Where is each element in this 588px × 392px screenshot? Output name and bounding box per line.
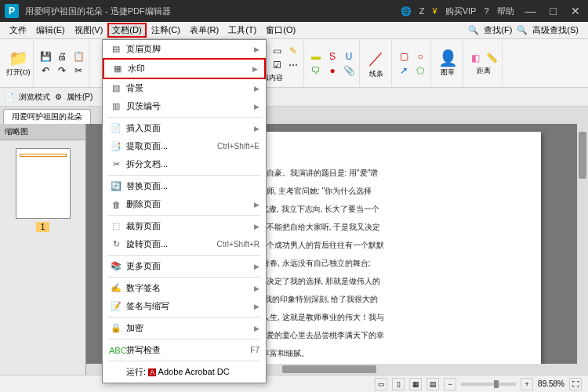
vip-icon[interactable]: ¥	[433, 6, 437, 16]
stamp-label: 图章	[441, 67, 455, 78]
menu-comment[interactable]: 注释(C)	[147, 23, 185, 38]
menu-separator	[107, 361, 261, 361]
globe-icon[interactable]: 🌐	[401, 6, 412, 16]
maximize-button[interactable]: □	[547, 5, 560, 17]
titlebar: P 用爱呵护祖国的花朵 - 迅捷PDF编辑器 🌐 Z ¥ 购买VIP ? 帮助 …	[0, 0, 588, 22]
form-tool[interactable]: ☑	[269, 58, 285, 72]
lines-icon: ／	[368, 48, 384, 69]
menu-separator	[107, 117, 261, 118]
view-mode-4[interactable]: ▤	[426, 378, 439, 390]
menu-run-in[interactable]: 运行: A Adobe Acrobat DC	[103, 363, 266, 381]
vertical-scrollbar[interactable]	[577, 124, 588, 375]
pencil-tool[interactable]: ✎	[285, 44, 301, 58]
delete-page-icon: 🗑	[109, 200, 123, 209]
save-button[interactable]: 💾	[38, 49, 53, 64]
menu-split[interactable]: ✂ 拆分文档...	[103, 155, 266, 173]
close-button[interactable]: ✕	[568, 5, 583, 17]
menu-window[interactable]: 窗口(O)	[261, 23, 300, 38]
open-button[interactable]: 📁 打开(O)	[5, 49, 31, 78]
menu-file[interactable]: 文件	[5, 23, 31, 38]
redo-button[interactable]: ↷	[54, 64, 70, 78]
print-button[interactable]: 🖨	[54, 49, 70, 64]
menu-digital-signature[interactable]: ✍ 数字签名 ▶	[103, 279, 266, 297]
eraser-tool[interactable]: ◧	[467, 51, 483, 65]
circle-tool[interactable]: ○	[412, 49, 428, 64]
props-label[interactable]: 属性(P)	[67, 92, 93, 103]
menu-edit[interactable]: 编辑(E)	[31, 23, 70, 38]
menu-crop-page[interactable]: ⬚ 裁剪页面 ▶	[103, 217, 266, 235]
zoom-slider[interactable]	[461, 383, 516, 386]
adv-search-icon[interactable]: 🔍	[517, 25, 528, 35]
menu-separator	[107, 175, 261, 176]
menu-separator	[107, 277, 261, 278]
arrow-tool[interactable]: ↗	[396, 64, 412, 78]
lines-button[interactable]: ／ 线条	[364, 49, 389, 78]
document-tab[interactable]: 用爱呵护祖国的花朵	[3, 109, 91, 124]
highlight-tool[interactable]: ▬	[308, 49, 324, 64]
browse-mode-icon[interactable]: 📄	[5, 93, 14, 101]
menu-background[interactable]: ▧ 背景 ▶	[103, 79, 266, 97]
copy-button[interactable]: 📋	[71, 49, 86, 64]
more-tool[interactable]: ⋯	[285, 58, 301, 72]
menu-form[interactable]: 表单(R)	[185, 23, 223, 38]
minimize-button[interactable]: —	[522, 5, 539, 17]
fit-button[interactable]: ⛶	[569, 378, 582, 390]
zoom-in-button[interactable]: +	[521, 378, 533, 390]
menu-separator	[107, 339, 261, 339]
crop-icon: ⬚	[109, 221, 123, 231]
page-thumbnail[interactable]	[16, 148, 71, 219]
menu-document[interactable]: 文档(D)	[107, 23, 146, 38]
menu-encrypt[interactable]: 🔒 加密 ▶	[103, 319, 266, 337]
lines-label: 线条	[369, 69, 383, 79]
zoom-value: 89.58%	[538, 379, 564, 388]
thumbnail-header: 缩略图	[0, 124, 85, 140]
rect-tool[interactable]: ▢	[396, 49, 412, 64]
menu-replace-page[interactable]: 🔄 替换页面...	[103, 177, 266, 195]
menu-view[interactable]: 视图(V)	[70, 23, 108, 38]
menu-spell-check[interactable]: ABC 拼写检查 F7	[103, 341, 266, 359]
submenu-arrow-icon: ▶	[254, 223, 260, 230]
menu-tools[interactable]: 工具(T)	[223, 23, 261, 38]
bates-icon: ▥	[109, 101, 123, 111]
props-icon[interactable]: ⚙	[55, 93, 62, 101]
menu-header-footer[interactable]: ▤ 页眉页脚 ▶	[103, 40, 266, 58]
distance-label: 距离	[477, 66, 491, 76]
underline-tool[interactable]: U	[341, 49, 357, 64]
measure-tool[interactable]: 📏	[484, 51, 499, 65]
menu-watermark[interactable]: ▦ 水印 ▶	[103, 58, 266, 79]
folder-icon: 📁	[9, 49, 28, 67]
buy-vip-link[interactable]: 购买VIP	[445, 5, 477, 17]
view-mode-1[interactable]: ▭	[375, 378, 387, 390]
menu-more-pages[interactable]: 📚 更多页面 ▶	[103, 257, 266, 275]
browse-mode-label[interactable]: 浏览模式	[19, 92, 50, 103]
poly-tool[interactable]: ⬠	[412, 64, 428, 78]
stamp-tool[interactable]: ●	[325, 64, 340, 78]
menu-bates[interactable]: ▥ 贝茨编号 ▶	[103, 97, 266, 115]
attach-tool[interactable]: 📎	[341, 64, 357, 78]
view-mode-2[interactable]: ▯	[392, 378, 405, 390]
submenu-arrow-icon: ▶	[254, 263, 260, 270]
thumbnail-panel: 缩略图 1	[0, 124, 86, 375]
menu-adv-search[interactable]: 高级查找(S)	[528, 23, 583, 38]
shape-tool[interactable]: ▭	[269, 44, 285, 58]
stamp-button[interactable]: 👤 图章	[435, 49, 460, 78]
menu-separator	[107, 215, 261, 216]
cut-button[interactable]: ✂	[71, 64, 86, 78]
menu-delete-page[interactable]: 🗑 删除页面 ▶	[103, 195, 266, 213]
strike-tool[interactable]: S	[325, 49, 340, 64]
menu-rotate-page[interactable]: ↻ 旋转页面... Ctrl+Shift+R	[103, 235, 266, 253]
search-icon[interactable]: 🔍	[468, 25, 479, 35]
view-mode-3[interactable]: ▦	[409, 378, 422, 390]
user-label[interactable]: Z	[419, 6, 425, 16]
menu-extract-page[interactable]: 📑 提取页面... Ctrl+Shift+E	[103, 137, 266, 155]
undo-button[interactable]: ↶	[38, 64, 53, 78]
menu-insert-page[interactable]: 📄 插入页面 ▶	[103, 119, 266, 137]
note-tool[interactable]: 🗨	[308, 64, 324, 78]
zoom-out-button[interactable]: −	[444, 378, 456, 390]
menu-sign-flatten[interactable]: 📝 签名与缩写 ▶	[103, 297, 266, 315]
help-link[interactable]: 帮助	[497, 5, 514, 17]
menu-search[interactable]: 查找(F)	[479, 23, 517, 38]
app-logo: P	[5, 4, 19, 18]
document-dropdown: ▤ 页眉页脚 ▶ ▦ 水印 ▶ ▧ 背景 ▶ ▥ 贝茨编号 ▶ 📄 插入页面 ▶…	[102, 39, 267, 383]
help-icon[interactable]: ?	[484, 6, 488, 16]
